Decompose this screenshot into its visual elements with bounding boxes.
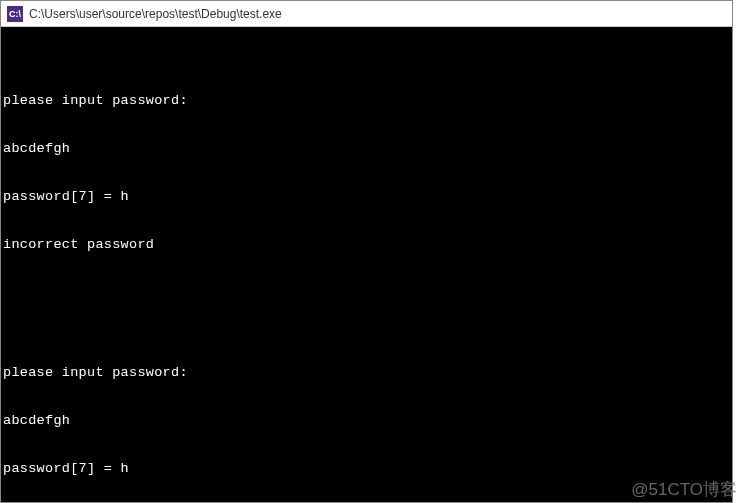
- app-icon-label: C:\: [9, 9, 21, 19]
- echo-line: password[7] = h: [3, 189, 732, 205]
- app-icon: C:\: [7, 6, 23, 22]
- echo-line: password[7] = h: [3, 461, 732, 477]
- prompt-line: please input password:: [3, 365, 732, 381]
- input-line: abcdefgh: [3, 141, 732, 157]
- console-output[interactable]: please input password: abcdefgh password…: [1, 27, 732, 502]
- window-title: C:\Users\user\source\repos\test\Debug\te…: [29, 7, 282, 21]
- console-window: C:\ C:\Users\user\source\repos\test\Debu…: [0, 0, 733, 503]
- console-block: please input password: abcdefgh password…: [3, 333, 732, 502]
- input-line: abcdefgh: [3, 413, 732, 429]
- console-block: please input password: abcdefgh password…: [3, 61, 732, 285]
- result-line: incorrect password: [3, 237, 732, 253]
- prompt-line: please input password:: [3, 93, 732, 109]
- window-titlebar[interactable]: C:\ C:\Users\user\source\repos\test\Debu…: [1, 1, 732, 27]
